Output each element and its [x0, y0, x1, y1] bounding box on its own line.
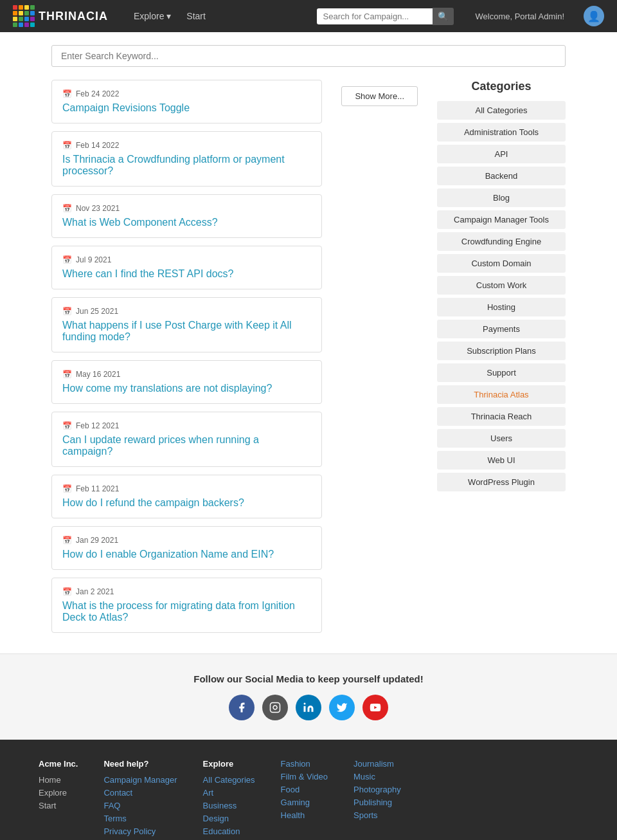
calendar-icon: 📅: [62, 484, 72, 493]
category-item[interactable]: Custom Work: [437, 276, 566, 295]
svg-point-3: [304, 703, 306, 705]
footer-column: FashionFilm & VideoFoodGamingHealth: [281, 759, 328, 839]
category-item[interactable]: All Categories: [437, 101, 566, 120]
calendar-icon: 📅: [62, 141, 72, 150]
footer-link[interactable]: Photography: [353, 785, 401, 794]
article-item: 📅 Feb 24 2022 Campaign Revisions Toggle: [51, 80, 322, 123]
footer-link[interactable]: Food: [281, 785, 328, 794]
category-item[interactable]: Hosting: [437, 298, 566, 316]
show-more-button[interactable]: Show More...: [341, 86, 418, 106]
article-date: 📅 Jul 9 2021: [62, 255, 311, 264]
category-item[interactable]: Custom Domain: [437, 254, 566, 273]
svg-rect-2: [304, 706, 306, 712]
footer-link[interactable]: Publishing: [353, 798, 401, 807]
navbar-search-input[interactable]: [317, 8, 433, 24]
footer-link[interactable]: Film & Video: [281, 772, 328, 781]
footer-link[interactable]: FAQ: [103, 801, 177, 810]
footer-col-heading: Need help?: [103, 759, 177, 769]
category-item[interactable]: Blog: [437, 188, 566, 207]
article-title[interactable]: What is the process for migrating data f…: [62, 600, 295, 623]
sidebar-title: Categories: [437, 80, 566, 93]
logo-grid: [13, 5, 35, 27]
footer-link[interactable]: Contact: [103, 788, 177, 798]
article-date: 📅 Nov 23 2021: [62, 204, 311, 213]
footer-link[interactable]: Journalism: [353, 759, 401, 769]
article-title[interactable]: Where can I find the REST API docs?: [62, 268, 234, 279]
article-title[interactable]: How come my translations are not display…: [62, 383, 272, 394]
content-area: 📅 Feb 24 2022 Campaign Revisions Toggle …: [0, 73, 617, 653]
footer-link[interactable]: Campaign Manager: [103, 775, 177, 785]
instagram-icon[interactable]: [262, 695, 288, 720]
footer-link[interactable]: Privacy Policy: [103, 826, 177, 836]
footer-link[interactable]: Explore: [39, 788, 78, 798]
article-title[interactable]: Can I update reward prices when running …: [62, 434, 259, 457]
show-more-wrap: Show More...: [341, 86, 418, 628]
nav-start[interactable]: Start: [180, 7, 212, 25]
article-title[interactable]: What happens if I use Post Charge with K…: [62, 320, 292, 342]
footer-link[interactable]: Sports: [353, 810, 401, 820]
article-date: 📅 Jun 25 2021: [62, 307, 311, 316]
footer-column: JournalismMusicPhotographyPublishingSpor…: [353, 759, 401, 839]
article-date: 📅 Feb 14 2022: [62, 141, 311, 150]
article-date: 📅 Jan 29 2021: [62, 536, 311, 545]
nav-explore[interactable]: Explore ▾: [127, 7, 177, 25]
footer-link[interactable]: Music: [353, 772, 401, 781]
footer-link[interactable]: Terms: [103, 814, 177, 823]
category-item[interactable]: Web UI: [437, 451, 566, 470]
article-item: 📅 Jan 29 2021 How do I enable Organizati…: [51, 526, 322, 570]
footer-link[interactable]: Health: [281, 810, 328, 820]
social-icons: [13, 695, 604, 720]
article-title[interactable]: Campaign Revisions Toggle: [62, 102, 190, 113]
footer-link[interactable]: Education: [203, 826, 255, 836]
article-item: 📅 Nov 23 2021 What is Web Component Acce…: [51, 194, 322, 238]
article-date: 📅 Feb 11 2021: [62, 484, 311, 493]
article-title[interactable]: Is Thrinacia a Crowdfunding platform or …: [62, 154, 285, 176]
article-date: 📅 Feb 12 2021: [62, 421, 311, 430]
social-footer-text: Follow our Social Media to keep yourself…: [13, 673, 604, 684]
category-item[interactable]: Support: [437, 363, 566, 382]
article-title[interactable]: What is Web Component Access?: [62, 217, 218, 228]
main-search-bar: [0, 32, 617, 73]
article-item: 📅 Jul 9 2021 Where can I find the REST A…: [51, 246, 322, 289]
footer-link[interactable]: Business: [203, 801, 255, 810]
category-item[interactable]: Payments: [437, 320, 566, 338]
footer-link[interactable]: Home: [39, 775, 78, 785]
category-item[interactable]: Thrinacia Atlas: [437, 385, 566, 404]
category-item[interactable]: WordPress Plugin: [437, 473, 566, 491]
main-search-input[interactable]: [51, 45, 566, 67]
footer-link[interactable]: Fashion: [281, 759, 328, 769]
categories-container: All CategoriesAdministration ToolsAPIBac…: [437, 101, 566, 491]
calendar-icon: 📅: [62, 421, 72, 430]
article-title[interactable]: How do I refund the campaign backers?: [62, 497, 244, 508]
category-item[interactable]: Users: [437, 429, 566, 448]
social-footer: Follow our Social Media to keep yourself…: [0, 653, 617, 740]
calendar-icon: 📅: [62, 204, 72, 213]
footer-link[interactable]: Gaming: [281, 798, 328, 807]
footer-link[interactable]: Start: [39, 801, 78, 810]
footer-link[interactable]: Art: [203, 788, 255, 798]
article-date: 📅 Feb 24 2022: [62, 89, 311, 98]
facebook-icon[interactable]: [229, 695, 255, 720]
category-item[interactable]: Administration Tools: [437, 123, 566, 142]
logo[interactable]: THRINACIA: [13, 5, 108, 27]
category-item[interactable]: Subscription Plans: [437, 342, 566, 360]
footer-link[interactable]: Design: [203, 814, 255, 823]
twitter-icon[interactable]: [329, 695, 355, 720]
category-item[interactable]: Crowdfunding Engine: [437, 232, 566, 251]
navbar-search-button[interactable]: 🔍: [433, 8, 454, 25]
footer-col-heading: Acme Inc.: [39, 759, 78, 769]
youtube-icon[interactable]: [362, 695, 388, 720]
articles-list: 📅 Feb 24 2022 Campaign Revisions Toggle …: [51, 80, 322, 641]
svg-rect-0: [271, 703, 280, 713]
category-item[interactable]: Backend: [437, 167, 566, 185]
calendar-icon: 📅: [62, 255, 72, 264]
linkedin-icon[interactable]: [296, 695, 321, 720]
footer-link[interactable]: All Categories: [203, 775, 255, 785]
article-title[interactable]: How do I enable Organization Name and EI…: [62, 549, 274, 560]
category-item[interactable]: API: [437, 145, 566, 163]
avatar[interactable]: 👤: [584, 6, 604, 26]
category-item[interactable]: Thrinacia Reach: [437, 407, 566, 426]
article-item: 📅 Jun 25 2021 What happens if I use Post…: [51, 297, 322, 352]
category-item[interactable]: Campaign Manager Tools: [437, 210, 566, 229]
calendar-icon: 📅: [62, 536, 72, 545]
